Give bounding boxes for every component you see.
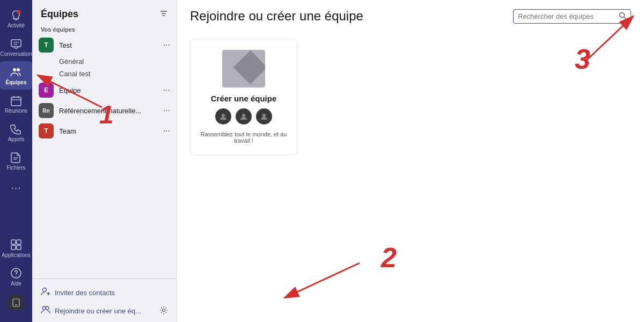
svg-rect-12 [11, 240, 16, 244]
conversation-icon [10, 37, 23, 50]
team-more-equipe[interactable]: ··· [163, 85, 170, 95]
main-header: Rejoindre ou créer une équipe [177, 0, 644, 28]
sidebar-header: Équipes [32, 0, 177, 24]
team-name-test: Test [59, 41, 161, 49]
appels-icon [10, 122, 23, 135]
search-icon[interactable] [619, 12, 626, 21]
nav-label-reunions: Réunions [5, 108, 27, 114]
team-name-referencement: Référencement naturelle... [59, 107, 161, 115]
invite-contacts-item[interactable]: Inviter des contacts [32, 283, 177, 302]
team-more-referencement[interactable]: ··· [163, 106, 170, 115]
invite-icon [41, 287, 50, 298]
team-avatar-test: T [39, 38, 54, 53]
sidebar: Équipes Vos équipes T Test ··· Général C… [32, 0, 177, 322]
sidebar-bottom: Inviter des contacts Rejoindre ou créer … [32, 279, 177, 322]
nav-bottom: Applications Aide [2, 234, 31, 322]
nav-label-fichiers: Fichiers [6, 165, 25, 171]
gear-icon[interactable] [159, 306, 168, 316]
main-title: Rejoindre ou créer une équipe [190, 9, 363, 24]
aide-icon [10, 267, 23, 280]
nav-item-aide[interactable]: Aide [2, 262, 31, 291]
svg-rect-13 [17, 240, 21, 244]
annotation-number-2: 2 [381, 241, 397, 274]
svg-point-32 [242, 114, 245, 117]
nav-label-conversation: Conversation [1, 51, 32, 57]
svg-point-28 [163, 309, 165, 311]
nav-item-appels[interactable]: Appels [0, 118, 32, 147]
nav-item-more[interactable]: ··· [0, 177, 32, 198]
card-icon-3 [256, 108, 272, 125]
svg-line-30 [624, 17, 626, 19]
svg-point-5 [17, 68, 20, 71]
nav-label-applications: Applications [2, 252, 31, 258]
team-more-test[interactable]: ··· [163, 40, 170, 50]
svg-point-23 [43, 288, 47, 292]
more-icon: ··· [11, 181, 21, 194]
svg-point-17 [16, 276, 17, 277]
svg-rect-14 [11, 245, 16, 250]
team-name-equipe: Equipe [59, 86, 161, 94]
card-title: Créer une équipe [211, 94, 277, 103]
channel-canal-test[interactable]: Canal test [32, 68, 177, 80]
join-create-icon [41, 305, 50, 317]
nav-item-applications[interactable]: Applications [2, 234, 31, 262]
team-avatar-team: T [39, 123, 54, 138]
cards-area: Créer une équipe [177, 28, 644, 166]
section-label: Vos équipes [32, 24, 177, 35]
filter-icon[interactable] [159, 9, 168, 20]
create-team-card[interactable]: Créer une équipe [190, 39, 297, 155]
team-more-team[interactable]: ··· [163, 126, 170, 136]
channel-general[interactable]: Général [32, 55, 177, 68]
svg-point-26 [42, 306, 46, 310]
team-avatar-referencement: Rn [39, 103, 54, 118]
svg-point-0 [17, 10, 21, 14]
svg-point-27 [46, 306, 49, 310]
card-icons [215, 108, 272, 125]
svg-point-31 [222, 114, 225, 117]
svg-point-4 [13, 68, 16, 71]
activite-icon [10, 9, 23, 21]
team-avatar-equipe: E [39, 83, 54, 98]
nav-item-fichiers[interactable]: Fichiers [0, 147, 32, 175]
nav-item-equipes[interactable]: Équipes [0, 61, 32, 90]
search-input[interactable] [518, 12, 619, 20]
svg-rect-18 [13, 299, 19, 306]
team-name-team: Team [59, 127, 161, 135]
applications-icon [10, 238, 23, 251]
nav-label-appels: Appels [8, 136, 25, 142]
nav-label-equipes: Équipes [6, 79, 27, 85]
equipes-icon [10, 65, 23, 78]
main-area: Rejoindre ou créer une équipe Créer une … [177, 0, 644, 322]
card-icon-1 [215, 108, 231, 125]
team-item-referencement[interactable]: Rn Référencement naturelle... ··· [32, 100, 177, 121]
join-create-label: Rejoindre ou créer une éq... [55, 307, 141, 315]
team-item-team[interactable]: T Team ··· [32, 121, 177, 141]
svg-rect-6 [11, 97, 21, 106]
svg-rect-15 [17, 245, 21, 250]
team-item-equipe[interactable]: E Equipe ··· [32, 80, 177, 100]
card-image [222, 50, 265, 87]
nav-item-conversation[interactable]: Conversation [0, 33, 32, 61]
left-navigation: Activité Conversation Équipes [0, 0, 32, 322]
phone-icon [9, 295, 24, 310]
team-item-test[interactable]: T Test ··· [32, 35, 177, 55]
sidebar-title: Équipes [41, 9, 78, 20]
svg-rect-1 [11, 40, 21, 47]
reunions-icon [10, 94, 23, 107]
card-icon-2 [236, 108, 252, 125]
nav-item-phone[interactable] [2, 291, 31, 314]
nav-label-activite: Activité [8, 23, 25, 28]
svg-point-29 [620, 12, 625, 17]
search-box[interactable] [513, 9, 631, 24]
join-create-item[interactable]: Rejoindre ou créer une éq... [32, 302, 177, 320]
card-description: Rassemblez tout le monde, et au travail … [199, 131, 288, 144]
svg-line-36 [284, 263, 360, 298]
nav-label-aide: Aide [11, 281, 21, 287]
nav-item-activite[interactable]: Activité [0, 4, 32, 33]
nav-item-reunions[interactable]: Réunions [0, 90, 32, 118]
svg-point-33 [262, 114, 266, 117]
fichiers-icon [10, 151, 23, 164]
invite-label: Inviter des contacts [55, 289, 115, 297]
